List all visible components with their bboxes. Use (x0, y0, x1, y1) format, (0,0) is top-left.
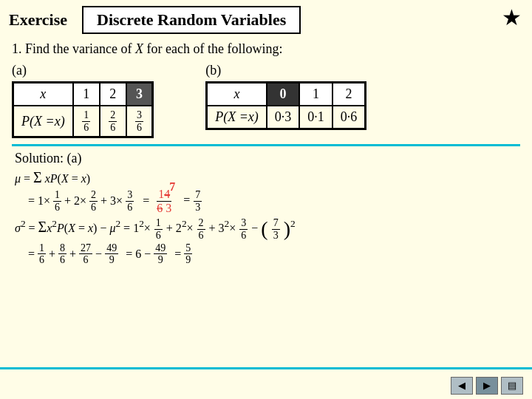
table-b-v1: 0·1 (299, 106, 332, 129)
back-button[interactable]: ◀ (451, 377, 473, 395)
solution-label: Solution: (15, 151, 64, 166)
mu-plus1: + 2× (64, 194, 86, 208)
table-a-px-label: P(X =x) (13, 106, 73, 137)
table-a-x-header: x (13, 83, 73, 106)
table-b-v0: 0·3 (267, 106, 300, 129)
table-a-v3: 36 (126, 106, 153, 137)
frac-s1: 16 (154, 217, 163, 241)
mu-formula-line: μ = Σ xP(X = x) (15, 169, 517, 186)
exercise-label: Exercise (9, 10, 67, 30)
frac-s3: 36 (239, 217, 248, 241)
sigma-formula-line: σ2 = Σx2P(X = x) − μ2 = 12× 16 + 22× 26 … (15, 217, 517, 241)
part-b-label: (b) (205, 63, 366, 78)
table-b-px-label: P(X =x) (207, 106, 267, 129)
title-box: Discrete Random Variables (82, 6, 301, 34)
table-a: x 1 2 3 P(X =x) 16 26 36 (12, 81, 154, 138)
frac-3-6: 36 (135, 109, 143, 133)
frac-sc4: 499 (105, 242, 118, 266)
question-text: 1. Find the variance of X for each of th… (12, 40, 520, 58)
frac-sc2: 86 (58, 242, 66, 266)
menu-button[interactable]: ▤ (501, 377, 523, 395)
sigma-eq1: = (28, 248, 35, 261)
table-a-h1: 1 (73, 83, 100, 106)
nav-footer: ◀ ▶ ▤ (451, 377, 523, 395)
solution-header: Solution: (a) (15, 151, 517, 166)
q-var: X (135, 41, 143, 56)
header: Exercise Discrete Random Variables ★ (0, 0, 532, 37)
frac-sc3: 276 (79, 242, 92, 266)
part-a-label: (a) (12, 63, 154, 78)
frac-sc5: 499 (154, 242, 167, 266)
q-text2: for each of the following: (146, 41, 282, 56)
paren-close: ) (284, 217, 290, 240)
frac-mu-1: 16 (53, 189, 61, 213)
table-a-v1: 16 (73, 106, 100, 137)
paren-open: ( (261, 217, 267, 240)
frac-mu-2: 26 (89, 189, 98, 213)
frac-mu-3: 36 (126, 189, 134, 213)
frac-s2: 26 (197, 217, 205, 241)
frac-1-6: 16 (82, 109, 90, 133)
frac-7-3: 73 (194, 189, 202, 213)
mu-eq3: = 73 (183, 189, 202, 213)
sigma-calc-line: = 16 + 86 + 276 − 499 = 6 − 499 = 59 (28, 242, 517, 266)
table-b-x-header: x (207, 83, 267, 106)
solution-part-label: (a) (67, 151, 82, 166)
main-content: 1. Find the variance of X for each of th… (0, 37, 532, 266)
table-a-h3: 3 (126, 83, 153, 106)
forward-button[interactable]: ▶ (476, 377, 498, 395)
sigma-eq3: = (174, 248, 181, 261)
divider-1 (12, 144, 520, 146)
parts-row: (a) x 1 2 3 P(X =x) 16 26 (12, 63, 520, 138)
mu-14: 7 (169, 180, 175, 194)
frac-sc6: 59 (184, 242, 192, 266)
table-a-v2: 26 (100, 106, 126, 137)
table-b-h2: 2 (332, 83, 366, 106)
table-b-h1: 1 (299, 83, 332, 106)
sigma-eq2: = 6 − (126, 248, 151, 261)
sigma-p2: + (69, 248, 76, 261)
part-a: (a) x 1 2 3 P(X =x) 16 26 (12, 63, 154, 138)
sigma2-formula: σ2 = Σx2P(X = x) − μ2 = 12× 16 + 22× 26 … (15, 217, 296, 241)
table-a-h2: 2 (100, 83, 126, 106)
divider-2 (0, 367, 532, 369)
frac-sc1: 16 (38, 242, 46, 266)
q-text1: 1. Find the variance of (12, 41, 132, 56)
mu-symbol: μ = Σ xP(X = x) (15, 169, 90, 186)
mu-eq1: = 1× (28, 194, 50, 208)
table-b: x 0 1 2 P(X =x) 0·3 0·1 0·6 (205, 81, 366, 130)
part-b: (b) x 0 1 2 P(X =x) 0·3 0·1 0·6 (205, 63, 366, 138)
star-icon: ★ (502, 4, 522, 30)
mu-eq2: = (143, 194, 149, 208)
sigma-p1: + (49, 248, 55, 261)
frac-7-3-sq: 73 (272, 217, 280, 241)
table-b-h0: 0 (267, 83, 300, 106)
solution-section: Solution: (a) μ = Σ xP(X = x) = 1× 16 + … (12, 151, 520, 266)
sigma-minus: − (95, 248, 102, 261)
mu-plus2: + 3× (100, 194, 123, 208)
mu-calc-line: = 1× 16 + 2× 26 + 3× 36 = 7 146 3 = 73 (28, 188, 517, 214)
table-b-v2: 0·6 (332, 106, 366, 129)
frac-2-6: 26 (109, 109, 117, 133)
